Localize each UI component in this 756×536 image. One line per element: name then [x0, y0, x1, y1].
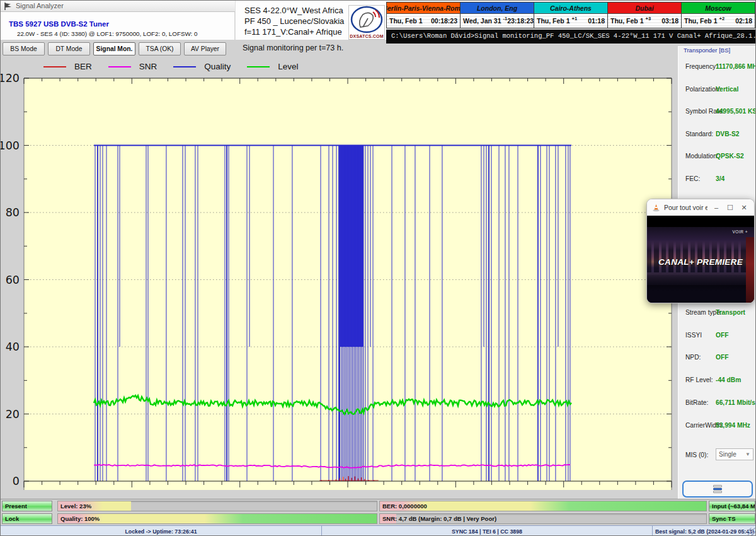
legend-dash — [43, 66, 66, 67]
field-label: NPD: — [685, 354, 701, 361]
signal-chart: 020406080100120 — [1, 56, 678, 499]
legend-label: Level — [278, 62, 298, 71]
legend-item-level: Level — [247, 62, 298, 71]
field-value: -44 dBm — [716, 376, 741, 383]
legend-dash — [108, 66, 131, 67]
field-standard-: Standard:DVB-S2 — [679, 131, 756, 141]
clock-city-label: Cairo-Athens — [534, 3, 607, 14]
clock-moscow: MoscowThu, Feb 1+202:18 — [682, 3, 755, 28]
snr-bar-label: SNR: 4,7 dB (Margin: 0,7 dB | Very Poor) — [382, 515, 496, 522]
clock-cairo-athens: Cairo-AthensThu, Feb 1+101:18 — [534, 3, 608, 28]
session-line-location: PF 450 _ Lucenec/Slovakia — [244, 16, 344, 26]
present-indicator: Present — [2, 501, 52, 511]
clock-date: Thu, Feb 1 — [610, 17, 644, 25]
svg-text:120: 120 — [1, 72, 20, 84]
console-text: C:\Users\Roman Dávid>Signal monitoring_P… — [391, 32, 756, 40]
panel-stream-button[interactable] — [682, 481, 753, 498]
mis-label: MIS (0): — [685, 452, 708, 458]
sync-ts-indicator: Sync TS — [709, 513, 755, 524]
mis-dropdown[interactable]: Single ▼ — [716, 448, 753, 460]
field-fec-: FEC:3/4 — [679, 175, 756, 185]
field-symbol-rate-: Symbol Rate:44995,501 KS/s — [679, 108, 756, 118]
clock-time-row: Thu, Feb 1+303:18 — [608, 14, 681, 28]
field-value: 66,711 Mbit/s — [716, 399, 755, 406]
clock-time-row: Thu, Feb 1+101:18 — [534, 14, 607, 28]
svg-text:60: 60 — [6, 274, 20, 286]
video-skyline — [647, 241, 754, 272]
field-bitrate-: BitRate:66,711 Mbit/s — [679, 399, 756, 409]
field-npd-: NPD:OFF — [679, 354, 756, 364]
signal-analyzer-window: Signal Analyzer TBS 5927 USB DVB-S2 Tune… — [0, 0, 756, 536]
legend-label: SNR — [139, 62, 158, 71]
snr-bar: SNR: 4,7 dB (Margin: 0,7 dB | Very Poor) — [379, 513, 707, 524]
tuner-name: TBS 5927 USB DVB-S2 Tuner — [9, 20, 109, 28]
close-button[interactable]: ✕ — [739, 204, 749, 212]
clock-time-row: Thu, Feb 1+202:18 — [682, 14, 755, 28]
tab-av-player[interactable]: AV Player — [184, 42, 226, 55]
mis-value: Single — [719, 451, 736, 458]
field-label: Frequency: — [685, 63, 718, 70]
legend-label: Quality — [204, 62, 231, 71]
clock-utc-offset: +1 — [572, 16, 578, 21]
transponder-header: Transponder [BS] — [684, 47, 730, 54]
legend-label: BER — [74, 62, 92, 71]
session-line-satellite: SES 4-22.0°W_West Africa — [244, 6, 343, 15]
field-value: QPSK-S2 — [716, 153, 744, 160]
field-value: Vertical — [716, 86, 738, 93]
minimize-button[interactable]: – — [711, 204, 721, 211]
clock-london-eng: London, EngWed, Jan 31-123:18:23 — [461, 3, 534, 28]
clock-utc-offset: +3 — [646, 16, 651, 21]
vlc-video-area[interactable]: VOIR + CANAL+ PREMIERE — [647, 216, 754, 303]
clock-time-row: Wed, Jan 31-123:18:23 — [461, 14, 534, 28]
footer-best-signal: Best signal: 5,2 dB (2024-01-29 05:43) — [653, 526, 756, 536]
field-value: 53,994 MHz — [716, 422, 750, 429]
vlc-window[interactable]: Pour tout voir et to... – ☐ ✕ VOIR + CAN… — [646, 199, 755, 303]
monitoring-label: Signal monitoring per t=73 h. — [243, 44, 343, 52]
field-value: Transport — [716, 309, 745, 316]
field-rf-level-: RF Level:-44 dBm — [679, 376, 756, 387]
clock-utc-offset: +2 — [719, 16, 725, 21]
app-icon — [4, 2, 13, 11]
chevron-down-icon: ▼ — [745, 452, 750, 457]
tab-tsa-ok-[interactable]: TSA (OK) — [139, 42, 181, 55]
clock-time-row: Thu, Feb 100:18:23 — [387, 14, 460, 28]
clock-city-label: London, Eng — [461, 3, 534, 14]
quality-bar-fill — [58, 514, 377, 523]
input-indicator: Input (~63,84 Mbps) — [709, 501, 755, 511]
clock-time: 23:18:23 — [507, 17, 534, 25]
field-polarization-: Polarization:Vertical — [679, 86, 756, 96]
clock-date: Thu, Feb 1 — [684, 17, 718, 25]
field-label: FEC: — [685, 175, 700, 182]
ber-bar: BER: 0,0000000 — [379, 501, 707, 511]
satellite-dish-icon — [349, 6, 384, 33]
resize-grip[interactable] — [748, 528, 755, 535]
server-icon — [713, 485, 722, 493]
tab-dt-mode[interactable]: DT Mode — [48, 42, 90, 55]
video-brand-text: CANAL+ PREMIERE — [647, 257, 754, 267]
status-bars-strip: Present Level: 23% BER: 0,0000000 Input … — [1, 499, 756, 525]
app-title: Signal Analyzer — [16, 2, 64, 9]
legend-item-ber: BER — [43, 62, 92, 71]
tab-bs-mode[interactable]: BS Mode — [3, 42, 45, 55]
field-stream-type-: Stream type:Transport — [679, 309, 756, 319]
clock-time: 03:18 — [662, 17, 679, 25]
footer-sync-counters: SYNC 184 | TEI 6 | CC 3898 — [322, 526, 653, 536]
field-value: 11170,866 MHz — [716, 63, 756, 70]
clock-date: Thu, Feb 1 — [389, 17, 423, 25]
tab-signal-mon-[interactable]: Signal Mon. — [93, 42, 135, 55]
svg-text:100: 100 — [1, 139, 20, 152]
quality-bar: Quality: 100% — [57, 513, 377, 524]
svg-text:0: 0 — [13, 475, 20, 487]
clock-city-label: Dubai — [608, 3, 681, 14]
video-corner-text: VOIR + — [733, 230, 748, 234]
world-clocks: Berlin-Paris-Vienna-RomaThu, Feb 100:18:… — [386, 2, 755, 28]
svg-text:40: 40 — [6, 341, 20, 353]
ber-bar-label: BER: 0,0000000 — [382, 503, 427, 510]
svg-text:80: 80 — [6, 206, 20, 219]
legend-item-snr: SNR — [108, 62, 158, 71]
dxsatcs-logo: DXSATCS.COM — [348, 5, 385, 40]
vlc-cone-icon — [652, 204, 660, 212]
vlc-titlebar[interactable]: Pour tout voir et to... – ☐ ✕ — [647, 199, 754, 216]
maximize-button[interactable]: ☐ — [725, 204, 735, 212]
tuner-panel: TBS 5927 USB DVB-S2 Tuner 22.0W - SES 4 … — [1, 12, 235, 40]
